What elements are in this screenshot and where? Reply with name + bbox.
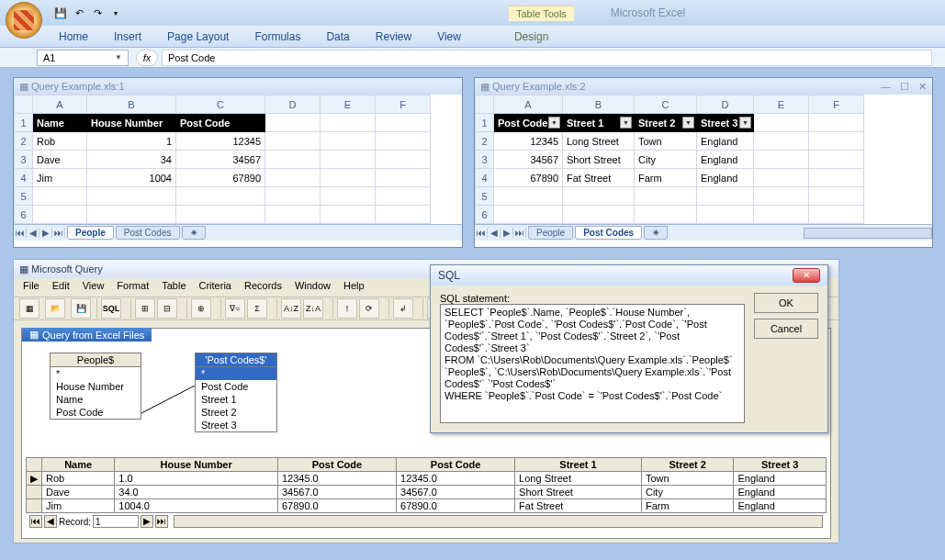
field-post-code[interactable]: Post Code [51,406,141,419]
rec-first-icon[interactable]: ⏮ [29,515,42,528]
close-button[interactable]: ✕ [793,268,820,283]
ok-button[interactable]: OK [754,293,818,313]
sheet-tab-people[interactable]: People [67,226,114,240]
cell[interactable] [754,151,809,169]
cell[interactable] [321,169,376,187]
table-header-cell[interactable]: Post Code▼ [494,114,563,132]
result-cell[interactable]: 34567.0 [397,486,515,499]
col-header[interactable]: D [697,95,754,114]
menu-view[interactable]: View [83,280,105,295]
tab-nav-next-icon[interactable]: ▶ [39,228,52,238]
cell[interactable]: Dave [33,151,87,169]
cell[interactable] [563,187,635,206]
cell[interactable] [809,132,864,151]
row-header[interactable]: 4 [15,169,33,187]
result-col-header[interactable]: Street 2 [641,458,733,472]
cell[interactable] [809,114,864,132]
sql-statement-textarea[interactable] [440,304,745,423]
result-cell[interactable]: Jim [42,499,115,513]
sql-dialog-titlebar[interactable]: SQL ✕ [431,265,827,286]
cell[interactable]: England [697,132,754,151]
cell[interactable] [376,187,431,206]
undo-icon[interactable]: ↶ [72,6,86,20]
result-cell[interactable]: England [734,486,827,499]
tab-page-layout[interactable]: Page Layout [154,27,242,47]
criteria-equals-icon[interactable]: ∇= [225,298,245,319]
result-col-header[interactable]: Post Code [397,458,515,472]
horizontal-scrollbar[interactable] [804,228,932,239]
tab-home[interactable]: Home [46,27,101,47]
cell[interactable]: Long Street [563,132,635,151]
menu-records[interactable]: Records [244,280,282,295]
result-col-header[interactable]: Street 3 [734,458,827,472]
cell[interactable] [265,206,321,224]
cell[interactable] [33,187,87,206]
result-cell[interactable]: 1.0 [115,472,278,486]
tab-insert[interactable]: Insert [101,27,154,47]
field-star[interactable]: * [196,367,276,380]
cell[interactable] [494,187,563,206]
result-cell[interactable]: Town [641,472,733,486]
table-box-postcodes[interactable]: 'Post Codes$' * Post Code Street 1 Stree… [195,353,277,432]
cell[interactable]: Farm [635,169,697,187]
minimize-icon[interactable]: — [881,81,891,93]
result-cell[interactable]: 34567.0 [277,486,396,499]
tab-nav-last-icon[interactable]: ⏭ [513,228,526,238]
cell[interactable]: 34 [87,151,176,169]
tab-data[interactable]: Data [313,27,362,47]
menu-file[interactable]: File [23,280,39,295]
sheet-tab-people[interactable]: People [528,226,573,240]
return-data-icon[interactable]: ↲ [393,298,413,319]
table-header-cell[interactable]: Street 2▼ [635,114,697,132]
query-now-icon[interactable]: ! [337,298,357,319]
field-house-number[interactable]: House Number [51,380,141,393]
cell[interactable] [754,114,809,132]
cell[interactable]: Short Street [563,151,635,169]
cell[interactable] [494,206,563,224]
table-header-cell[interactable]: Post Code [176,114,265,132]
cell[interactable] [635,206,697,224]
row-header[interactable]: 6 [15,206,33,224]
row-selector[interactable]: ▶ [27,472,42,486]
close-icon[interactable]: ✕ [918,81,927,93]
cell[interactable] [376,114,431,132]
cell[interactable]: Rob [33,132,87,151]
cell[interactable] [87,206,176,224]
col-header[interactable]: A [33,95,87,114]
fx-button[interactable]: fx [136,50,158,66]
cell[interactable] [376,132,431,151]
result-cell[interactable]: Farm [641,499,733,513]
result-col-header[interactable]: Post Code [277,458,396,472]
maximize-icon[interactable]: ☐ [900,81,909,93]
horizontal-scrollbar[interactable] [174,515,823,528]
field-street2[interactable]: Street 2 [196,406,276,419]
col-header[interactable]: B [87,95,176,114]
rec-next-icon[interactable]: ▶ [141,515,153,528]
cell[interactable] [376,169,431,187]
qat-customize-icon[interactable]: ▾ [108,6,123,20]
result-cell[interactable]: 1004.0 [115,499,278,513]
field-name[interactable]: Name [51,393,141,406]
filter-dropdown-icon[interactable]: ▼ [739,117,751,129]
row-header[interactable]: 6 [476,206,494,224]
cell[interactable]: 12345 [176,132,265,151]
tab-nav-last-icon[interactable]: ⏭ [52,228,65,238]
result-cell[interactable]: 67890.0 [397,499,515,513]
cell[interactable]: 1004 [87,169,176,187]
cell[interactable]: 67890 [176,169,265,187]
col-header[interactable]: F [376,95,431,114]
cell[interactable]: 34567 [494,151,563,169]
menu-window[interactable]: Window [295,280,331,295]
col-header[interactable]: E [321,95,376,114]
result-cell[interactable]: Fat Street [515,499,642,513]
cell[interactable] [809,169,864,187]
tab-nav-first-icon[interactable]: ⏮ [14,228,27,238]
row-header[interactable]: 3 [15,151,33,169]
cell[interactable] [33,206,87,224]
cell[interactable] [754,132,809,151]
name-box[interactable]: A1 ▼ [37,50,129,66]
sql-button[interactable]: SQL [101,298,121,319]
cell[interactable] [809,187,864,206]
new-sheet-icon[interactable]: ✷ [644,226,668,240]
cancel-button[interactable]: Cancel [754,319,818,339]
